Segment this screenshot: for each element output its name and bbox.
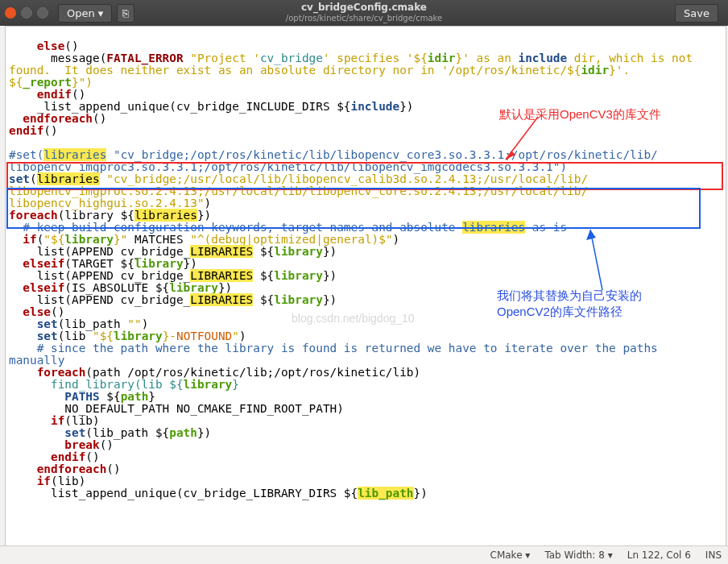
minimize-icon[interactable] bbox=[21, 7, 32, 19]
tab-width-selector[interactable]: Tab Width: 8 ▾ bbox=[544, 549, 612, 561]
annotation-box-blue bbox=[6, 188, 701, 229]
save-button[interactable]: Save bbox=[675, 4, 718, 23]
cursor-position: Ln 122, Col 6 bbox=[627, 549, 691, 561]
open-label: Open bbox=[67, 7, 95, 19]
annotation-red-text: 默认是采用OpenCV3的库文件 bbox=[499, 107, 661, 122]
watermark: blog.csdn.net/bigdog_10 bbox=[292, 312, 415, 325]
code-editor[interactable]: else() message(FATAL_ERROR "Project 'cv_… bbox=[5, 26, 726, 546]
annotation-blue-text-1: 我们将其替换为自己安装的 bbox=[497, 288, 642, 304]
new-tab-icon: ⎘ bbox=[122, 7, 129, 19]
annotation-blue-text-2: OpenCV2的库文件路径 bbox=[497, 305, 623, 320]
open-button[interactable]: Open ▾ bbox=[58, 4, 112, 23]
file-title: cv_bridgeConfig.cmake bbox=[286, 2, 442, 13]
statusbar: CMake ▾ Tab Width: 8 ▾ Ln 122, Col 6 INS bbox=[0, 545, 728, 564]
chevron-down-icon: ▾ bbox=[98, 7, 104, 19]
language-selector[interactable]: CMake ▾ bbox=[490, 549, 531, 561]
file-path: /opt/ros/kinetic/share/cv_bridge/cmake bbox=[286, 13, 442, 24]
title-center: cv_bridgeConfig.cmake /opt/ros/kinetic/s… bbox=[286, 2, 442, 24]
window-controls bbox=[5, 7, 48, 19]
titlebar: Open ▾ ⎘ cv_bridgeConfig.cmake /opt/ros/… bbox=[0, 0, 728, 26]
insert-mode[interactable]: INS bbox=[705, 549, 722, 561]
maximize-icon[interactable] bbox=[37, 7, 48, 19]
annotation-box-red bbox=[6, 162, 723, 190]
close-icon[interactable] bbox=[5, 7, 16, 19]
new-tab-button[interactable]: ⎘ bbox=[117, 4, 134, 23]
